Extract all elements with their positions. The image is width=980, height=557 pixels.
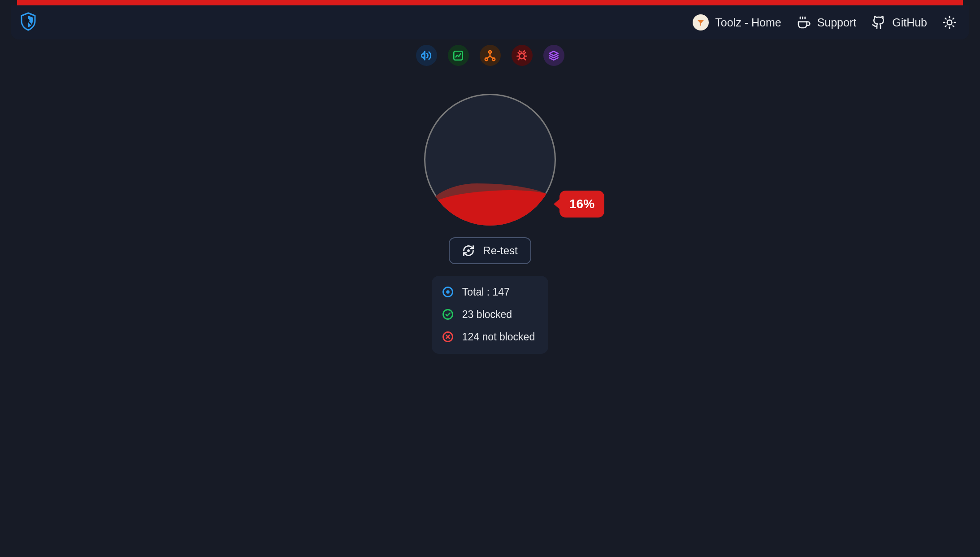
stat-total: Total : 147	[442, 286, 535, 298]
retest-button[interactable]: Re-test	[449, 237, 531, 264]
layers-icon	[548, 50, 559, 61]
nav-support-label: Support	[817, 16, 857, 29]
github-icon	[872, 15, 886, 30]
theme-toggle[interactable]	[942, 15, 957, 30]
category-row	[0, 45, 980, 66]
gauge-percent-badge: 16%	[559, 191, 604, 218]
check-circle-icon	[442, 308, 454, 321]
stat-blocked-label: 23 blocked	[462, 309, 512, 321]
sun-icon	[942, 15, 957, 30]
svg-point-1	[947, 20, 952, 25]
category-analytics[interactable]	[448, 45, 469, 66]
navbar: Toolz - Home Support GitHub	[11, 5, 969, 39]
stat-not-blocked-label: 124 not blocked	[462, 331, 535, 343]
category-mix[interactable]	[543, 45, 564, 66]
chart-icon	[452, 50, 464, 61]
nav-home-label: Toolz - Home	[715, 16, 781, 29]
nav-github-label: GitHub	[892, 16, 927, 29]
network-icon	[484, 49, 496, 62]
category-malware[interactable]	[512, 45, 533, 66]
retest-label: Re-test	[483, 244, 517, 257]
nav-support[interactable]: Support	[797, 15, 857, 30]
stat-total-label: Total : 147	[462, 286, 510, 298]
category-social[interactable]	[480, 45, 501, 66]
nav-home[interactable]: Toolz - Home	[693, 14, 781, 30]
stat-not-blocked: 124 not blocked	[442, 331, 535, 343]
toolz-avatar-icon	[693, 14, 709, 30]
app-logo[interactable]	[20, 12, 37, 33]
x-circle-icon	[442, 331, 454, 343]
nav-github[interactable]: GitHub	[872, 15, 927, 30]
result-gauge: 16%	[424, 94, 556, 226]
stats-card: Total : 147 23 blocked 124 not blocked	[432, 276, 548, 354]
bug-icon	[516, 49, 528, 62]
coffee-icon	[797, 15, 811, 30]
main-content: 16% Re-test Total : 147 23 blocked 124 n…	[0, 94, 980, 354]
alert-bar	[17, 0, 963, 5]
svg-point-7	[468, 250, 469, 251]
nav-links: Toolz - Home Support GitHub	[693, 14, 957, 30]
stat-blocked: 23 blocked	[442, 308, 535, 321]
gauge-circle	[424, 94, 556, 226]
category-ads[interactable]	[416, 45, 437, 66]
refresh-icon	[462, 244, 475, 257]
dot-circle-icon	[442, 286, 454, 298]
svg-point-9	[447, 291, 449, 293]
megaphone-icon	[420, 49, 433, 62]
